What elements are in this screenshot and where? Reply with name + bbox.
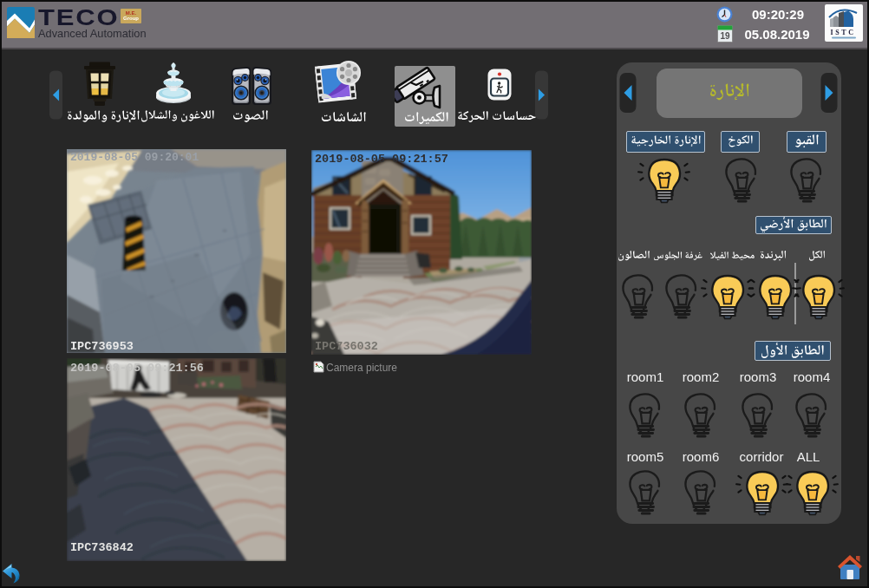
svg-text:2019-08-05 09:21:56: 2019-08-05 09:21:56 xyxy=(70,362,204,375)
svg-text:2019-08-05 09:21:57: 2019-08-05 09:21:57 xyxy=(315,153,448,166)
svg-text:ISTC: ISTC xyxy=(830,29,855,36)
svg-text:IPC736842: IPC736842 xyxy=(70,541,134,554)
svg-text:19: 19 xyxy=(720,31,730,41)
svg-text:IPC736953: IPC736953 xyxy=(70,340,134,353)
svg-text:IPC736032: IPC736032 xyxy=(315,340,378,353)
svg-text:2019-08-05 09:20:01: 2019-08-05 09:20:01 xyxy=(70,151,199,164)
